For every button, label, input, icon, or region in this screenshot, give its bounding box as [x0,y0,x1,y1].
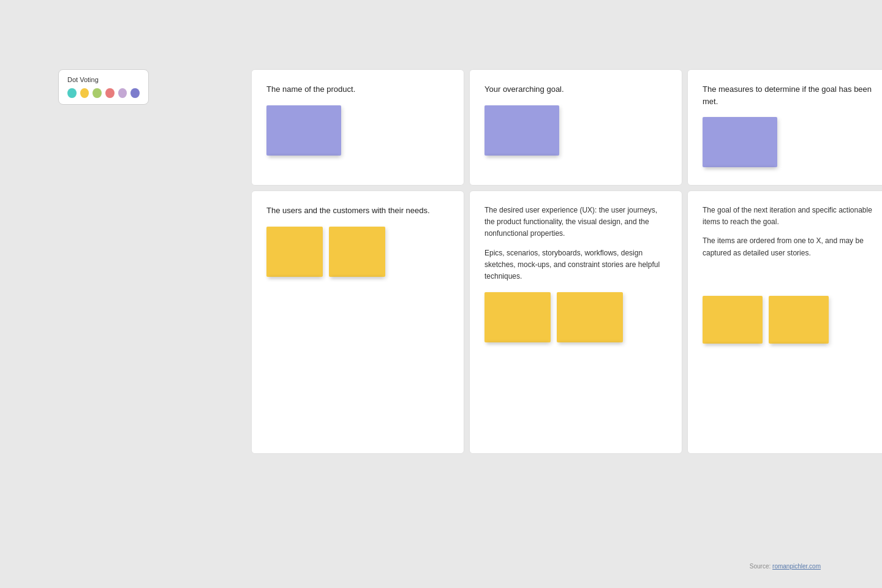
card-grid: The name of the product. Your overarchin… [251,69,882,454]
sticky-note-yellow-users-2[interactable] [329,227,385,277]
sticky-notes-measures [703,117,882,167]
card-desired-ux-body: The desired user experience (UX): the us… [484,205,667,282]
sticky-notes-product [266,105,449,156]
card-users-customers: The users and the customers with their n… [251,190,464,454]
card-next-iteration: The goal of the next iteration and speci… [687,190,882,454]
card-users-customers-title: The users and the customers with their n… [266,205,449,217]
sticky-note-yellow-iter-1[interactable] [703,296,763,344]
sticky-notes-iteration [703,296,882,344]
card-desired-ux: The desired user experience (UX): the us… [469,190,682,454]
sticky-notes-users [266,227,449,277]
card-desired-ux-body-p2: Epics, scenarios, storyboards, workflows… [484,247,667,283]
sticky-note-blue-goal[interactable] [484,105,559,156]
dot-6[interactable] [130,88,140,98]
sticky-note-yellow-iter-2[interactable] [769,296,829,344]
sticky-notes-goal [484,105,667,156]
dot-1[interactable] [67,88,77,98]
card-goal-measures: The measures to determine if the goal ha… [687,69,882,186]
card-next-iteration-body-p1: The goal of the next iteration and speci… [703,205,882,228]
card-desired-ux-body-p1: The desired user experience (UX): the us… [484,205,667,240]
sticky-note-yellow-ux-1[interactable] [484,292,551,342]
card-next-iteration-body-p2: The items are ordered from one to X, and… [703,235,882,258]
dot-voting-widget: Dot Voting [58,69,149,105]
card-next-iteration-body: The goal of the next iteration and speci… [703,205,882,259]
dot-voting-title: Dot Voting [67,76,140,83]
sticky-note-blue-product[interactable] [266,105,341,156]
dot-2[interactable] [80,88,89,98]
dot-4[interactable] [105,88,115,98]
sticky-notes-ux [484,292,667,342]
dot-voting-dots [67,88,140,98]
card-product-name-title: The name of the product. [266,83,449,96]
sticky-note-blue-measures[interactable] [703,117,777,167]
source-link[interactable]: romanpichler.com [772,563,821,570]
dot-5[interactable] [118,88,127,98]
card-overarching-goal: Your overarching goal. [469,69,682,186]
dot-3[interactable] [92,88,102,98]
card-overarching-goal-title: Your overarching goal. [484,83,667,96]
card-product-name: The name of the product. [251,69,464,186]
card-goal-measures-title: The measures to determine if the goal ha… [703,83,882,107]
source-label: Source: [750,563,771,570]
sticky-note-yellow-ux-2[interactable] [557,292,623,342]
sticky-note-yellow-users-1[interactable] [266,227,323,277]
source-footer: Source: romanpichler.com [750,563,821,570]
